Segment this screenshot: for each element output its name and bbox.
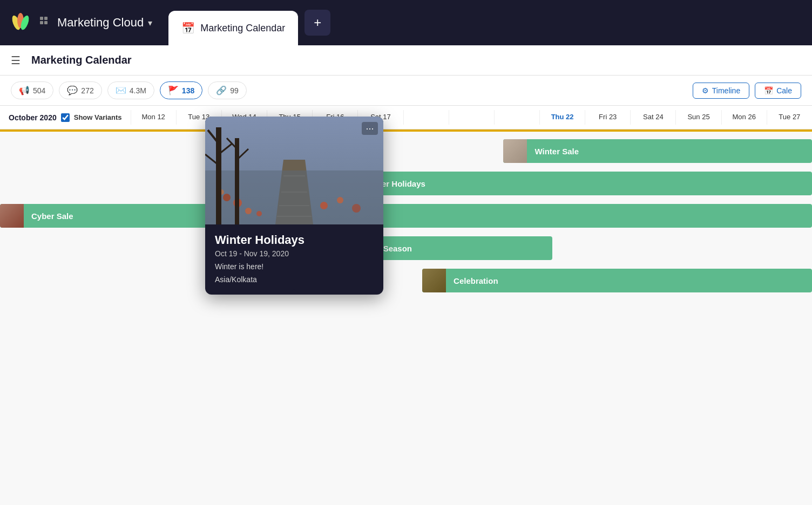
celebration-thumb <box>422 269 446 292</box>
chat-icon: 💬 <box>67 85 78 95</box>
date-cell-mon26: Mon 26 <box>721 110 767 124</box>
popup-more-button[interactable]: ··· <box>362 122 378 135</box>
megaphone-icon: 📢 <box>19 85 30 95</box>
cyber-sale-bar[interactable]: Cyber Sale <box>0 204 812 228</box>
svg-rect-3 <box>40 17 43 20</box>
calendar-label: Cale <box>776 86 792 95</box>
winter-holidays-bar[interactable]: Winter Holidays <box>333 172 812 195</box>
flag-icon: 🚩 <box>168 85 179 95</box>
svg-point-16 <box>223 194 231 201</box>
celebration-bar[interactable]: Celebration <box>422 269 812 292</box>
timeline-view-button[interactable]: ⚙ Timeline <box>693 83 749 99</box>
stat-email-value: 4.3M <box>130 86 146 95</box>
calendar-icon: 📅 <box>181 22 195 35</box>
stat-flag-value: 138 <box>182 86 194 95</box>
month-label: October 2020 Show Variants <box>0 113 131 122</box>
date-cell-sun25: Sun 25 <box>675 110 721 124</box>
page-title: Marketing Calendar <box>31 54 132 66</box>
event-row-5: Celebration <box>0 265 812 296</box>
svg-point-19 <box>337 197 343 203</box>
more-icon: ··· <box>366 123 374 134</box>
svg-rect-5 <box>40 21 43 24</box>
popup-description: Winter is here! <box>215 262 374 271</box>
stat-chat-value: 272 <box>81 86 93 95</box>
stat-link-value: 99 <box>230 86 239 95</box>
svg-point-18 <box>320 202 328 209</box>
cyber-sale-thumb <box>0 204 24 228</box>
timeline-label: Timeline <box>712 86 740 95</box>
date-cell-fri23: Fri 23 <box>585 110 630 124</box>
event-popup: ··· Winter Holidays Oct 19 - Nov 19, 202… <box>205 117 383 295</box>
sub-header: ☰ Marketing Calendar <box>0 45 812 76</box>
calendar-view-icon: 📅 <box>764 86 773 95</box>
svg-rect-13 <box>205 170 383 224</box>
date-cell-empty3 <box>494 110 539 124</box>
month-text: October 2020 <box>9 113 57 122</box>
popup-title: Winter Holidays <box>215 233 374 247</box>
chevron-down-icon: ▾ <box>148 18 152 28</box>
popup-image: ··· <box>205 117 383 224</box>
stat-flag[interactable]: 🚩 138 <box>160 81 202 99</box>
show-variants-label: Show Variants <box>74 113 122 121</box>
link-icon: 🔗 <box>216 85 227 95</box>
add-tab-button[interactable]: + <box>304 10 330 36</box>
email-icon: ✉️ <box>116 85 126 95</box>
hamburger-icon[interactable]: ☰ <box>11 54 21 67</box>
winter-sale-bar[interactable]: Winter Sale <box>503 139 812 163</box>
stat-email[interactable]: ✉️ 4.3M <box>107 81 154 99</box>
popup-timezone: Asia/Kolkata <box>215 275 374 284</box>
winter-sale-thumb <box>503 139 527 163</box>
calendar-area: October 2020 Show Variants Mon 12 Tue 13… <box>0 106 812 505</box>
tab-label: Marketing Calendar <box>200 23 285 34</box>
date-cell-empty1 <box>403 110 449 124</box>
event-row-2: Winter Holidays <box>0 168 812 199</box>
date-header-row: October 2020 Show Variants Mon 12 Tue 13… <box>0 106 812 129</box>
top-nav: Marketing Cloud ▾ 📅 Marketing Calendar + <box>0 0 812 45</box>
popup-dates: Oct 19 - Nov 19, 2020 <box>215 249 374 258</box>
date-cell-thu22: Thu 22 <box>539 110 585 124</box>
app-name[interactable]: Marketing Cloud ▾ <box>57 16 152 30</box>
event-row-4: New Season <box>0 233 812 263</box>
date-cell-mon12: Mon 12 <box>131 110 176 124</box>
app-logo <box>9 11 32 35</box>
grid-icon[interactable] <box>39 16 51 30</box>
timeline-icon: ⚙ <box>702 86 709 95</box>
add-icon: + <box>314 15 321 30</box>
events-container: Winter Sale Winter Holidays Cyber Sale N… <box>0 132 812 302</box>
svg-rect-6 <box>44 21 48 24</box>
show-variants-checkbox[interactable] <box>61 113 70 122</box>
date-cell-sat24: Sat 24 <box>630 110 675 124</box>
stat-link[interactable]: 🔗 99 <box>208 81 247 99</box>
svg-point-20 <box>352 204 361 213</box>
winter-sale-label: Winter Sale <box>527 147 586 156</box>
date-cell-tue27: Tue 27 <box>767 110 812 124</box>
event-row-3: Cyber Sale <box>0 201 812 231</box>
popup-body: Winter Holidays Oct 19 - Nov 19, 2020 Wi… <box>205 224 383 295</box>
stat-megaphone-value: 504 <box>33 86 45 95</box>
event-row-1: Winter Sale <box>0 136 812 166</box>
cyber-sale-label: Cyber Sale <box>24 211 81 221</box>
stats-bar: 📢 504 💬 272 ✉️ 4.3M 🚩 138 🔗 99 ⚙ Timelin… <box>0 76 812 106</box>
popup-scene-svg <box>205 117 383 224</box>
svg-point-15 <box>245 208 252 214</box>
active-tab[interactable]: 📅 Marketing Calendar <box>168 11 298 45</box>
stat-chat[interactable]: 💬 272 <box>59 81 102 99</box>
celebration-label: Celebration <box>446 276 506 285</box>
calendar-view-button[interactable]: 📅 Cale <box>755 83 801 99</box>
svg-point-17 <box>256 211 262 216</box>
stat-megaphone[interactable]: 📢 504 <box>11 81 53 99</box>
svg-rect-23 <box>235 138 239 224</box>
date-cell-empty2 <box>449 110 494 124</box>
svg-rect-4 <box>44 17 48 20</box>
app-name-label: Marketing Cloud <box>57 16 144 30</box>
